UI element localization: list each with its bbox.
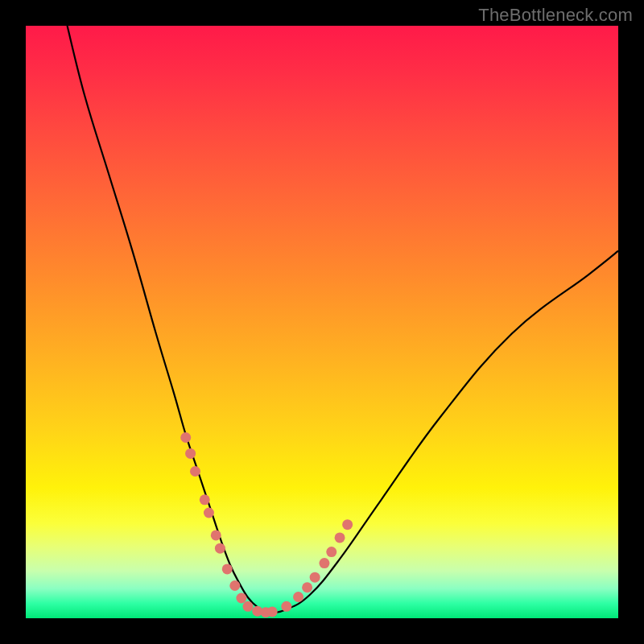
data-marker [236,592,246,603]
data-marker [211,530,221,540]
chart-frame: TheBottleneck.com [0,0,644,644]
data-marker [243,601,254,612]
data-marker [326,547,336,557]
data-marker [222,564,233,574]
data-marker [310,572,320,583]
data-marker [267,606,278,617]
data-marker [281,601,291,612]
data-marker [335,532,345,543]
data-marker [293,592,303,602]
data-marker [342,519,353,530]
curve-svg [26,26,618,618]
data-marker [215,543,225,554]
data-marker [229,580,240,591]
data-marker [204,507,214,518]
plot-area [26,26,618,618]
data-marker [180,432,191,443]
data-marker [319,558,329,568]
data-marker [200,494,210,505]
marker-group [180,432,353,617]
watermark-text: TheBottleneck.com [478,5,633,26]
data-marker [185,448,196,459]
data-marker [302,582,312,592]
data-marker [190,466,200,477]
